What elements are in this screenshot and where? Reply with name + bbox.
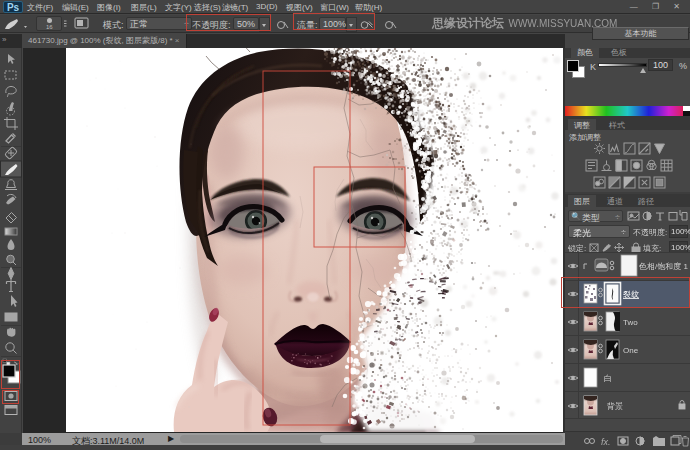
svg-text:色相/饱和度 1: 色相/饱和度 1 (638, 262, 688, 271)
svg-text:Two: Two (623, 318, 638, 327)
svg-text:One: One (623, 346, 639, 355)
svg-text:背景: 背景 (607, 402, 623, 411)
svg-text:白: 白 (604, 374, 612, 383)
svg-text:fx.: fx. (601, 437, 611, 447)
